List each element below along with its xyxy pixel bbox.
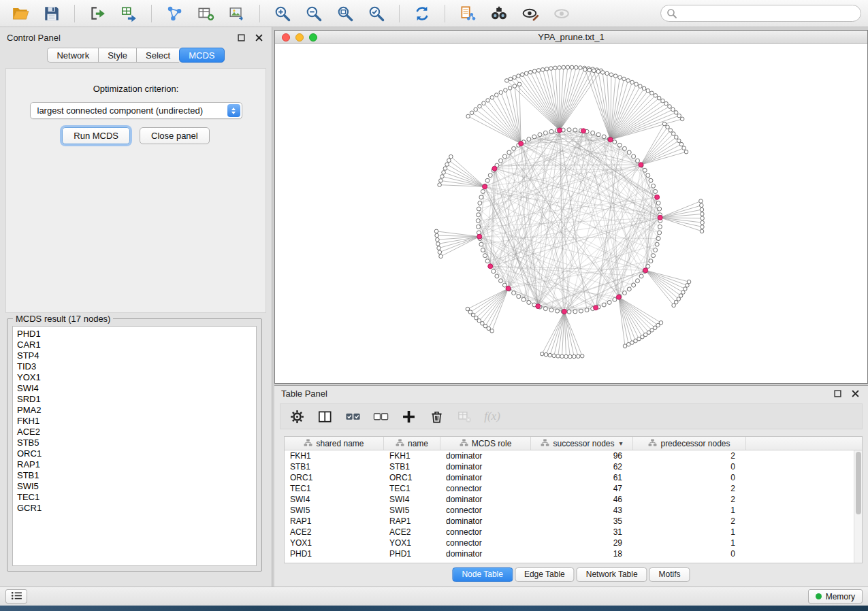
- application-window: Control Panel NetworkStyleSelectMCDS Opt…: [0, 0, 868, 611]
- float-table-panel-icon[interactable]: [831, 387, 843, 399]
- table-row[interactable]: YOX1YOX1connector291: [285, 538, 854, 548]
- mcds-result-item[interactable]: RAP1: [17, 459, 252, 470]
- table-row[interactable]: ORC1ORC1dominator610: [285, 472, 854, 483]
- import-network-button[interactable]: [84, 3, 111, 24]
- cell-predecessor-nodes: 2: [633, 516, 746, 527]
- save-session-button[interactable]: [38, 3, 65, 24]
- mcds-result-title: MCDS result (17 nodes): [13, 314, 113, 324]
- cell-shared-name: PHD1: [285, 548, 384, 559]
- cell-mcds-role: dominator: [440, 472, 531, 483]
- show-columns-button[interactable]: [315, 407, 334, 426]
- mcds-result-item[interactable]: FKH1: [17, 416, 252, 427]
- zoom-out-button[interactable]: [300, 3, 327, 24]
- column-header-shared-name[interactable]: shared name: [285, 437, 384, 450]
- mcds-result-item[interactable]: SWI5: [17, 481, 252, 492]
- column-header-name[interactable]: name: [384, 437, 440, 450]
- criterion-dropdown[interactable]: largest connected component (undirected): [30, 102, 242, 119]
- column-header-successor-nodes[interactable]: successor nodes▾: [531, 437, 633, 450]
- export-image-button[interactable]: [223, 3, 251, 24]
- table-row[interactable]: TEC1TEC1connector472: [285, 483, 854, 494]
- mcds-result-item[interactable]: PMA2: [17, 405, 252, 416]
- deselect-all-rows-button[interactable]: [371, 407, 390, 426]
- mcds-result-item[interactable]: TEC1: [17, 492, 252, 503]
- mcds-result-item[interactable]: PHD1: [17, 329, 252, 340]
- panel-menu-button[interactable]: [5, 589, 27, 604]
- table-row[interactable]: FKH1FKH1dominator962: [285, 450, 854, 461]
- deselect-all-rows-icon: [373, 409, 389, 425]
- new-table-icon: [197, 5, 214, 22]
- tab-network[interactable]: Network: [47, 48, 98, 63]
- open-session-button[interactable]: [7, 3, 34, 24]
- tab-network-table[interactable]: Network Table: [577, 567, 647, 582]
- show-hide-button: [548, 3, 575, 24]
- tab-motifs[interactable]: Motifs: [649, 567, 690, 582]
- new-table-button[interactable]: [192, 3, 219, 24]
- mcds-result-item[interactable]: SWI4: [17, 383, 252, 394]
- search-network-button[interactable]: [485, 3, 513, 24]
- window-close-button[interactable]: [282, 33, 290, 42]
- zoom-in-button[interactable]: [269, 3, 296, 24]
- tab-edge-table[interactable]: Edge Table: [515, 567, 575, 582]
- search-input[interactable]: [660, 5, 861, 22]
- mcds-result-list[interactable]: PHD1CAR1STP4TID3YOX1SWI4SRD1PMA2FKH1ACE2…: [12, 326, 257, 566]
- table-scrollbar[interactable]: [854, 450, 862, 563]
- delete-columns-button[interactable]: [427, 407, 446, 426]
- cell-successor-nodes: 18: [531, 548, 633, 559]
- cell-shared-name: TEC1: [285, 483, 384, 494]
- table-row[interactable]: ACE2ACE2connector311: [285, 527, 854, 538]
- table-row[interactable]: RAP1RAP1dominator352: [285, 516, 854, 527]
- tab-select[interactable]: Select: [136, 48, 179, 63]
- cell-shared-name: STB1: [285, 461, 384, 472]
- tab-node-table[interactable]: Node Table: [452, 567, 513, 582]
- cell-name: FKH1: [384, 450, 440, 461]
- column-header-predecessor-nodes[interactable]: predecessor nodes: [633, 437, 746, 450]
- refresh-layout-button[interactable]: [408, 3, 436, 24]
- import-table-button[interactable]: [115, 3, 142, 24]
- mcds-result-item[interactable]: TID3: [17, 361, 252, 372]
- window-zoom-button[interactable]: [309, 33, 317, 42]
- close-table-panel-icon[interactable]: [849, 387, 861, 399]
- new-network-button[interactable]: [161, 3, 188, 24]
- select-all-rows-button[interactable]: [343, 407, 362, 426]
- close-panel-icon[interactable]: [253, 31, 265, 44]
- cell-successor-nodes: 61: [531, 472, 633, 483]
- mcds-result-item[interactable]: ACE2: [17, 427, 252, 437]
- mcds-result-item[interactable]: YOX1: [17, 372, 252, 383]
- select-all-rows-icon: [345, 409, 361, 425]
- cell-predecessor-nodes: 1: [633, 538, 746, 548]
- mcds-result-item[interactable]: CAR1: [17, 340, 252, 350]
- style-preview-icon: [521, 5, 539, 22]
- table-row[interactable]: SWI4SWI4dominator462: [285, 494, 854, 505]
- mcds-result-item[interactable]: ORC1: [17, 448, 252, 459]
- table-scrollbar-thumb[interactable]: [856, 452, 861, 514]
- mcds-result-item[interactable]: STB1: [17, 470, 252, 481]
- table-row[interactable]: PHD1PHD1dominator180: [285, 548, 854, 559]
- close-panel-button[interactable]: Close panel: [140, 127, 210, 144]
- memory-button[interactable]: Memory: [808, 589, 863, 604]
- cell-mcds-role: dominator: [440, 494, 531, 505]
- cell-mcds-role: connector: [440, 483, 531, 494]
- mcds-result-item[interactable]: SRD1: [17, 394, 252, 405]
- column-header-filler: [746, 437, 862, 450]
- network-view[interactable]: [275, 44, 867, 383]
- zoom-selected-button[interactable]: [363, 3, 390, 24]
- style-preview-button[interactable]: [517, 3, 544, 24]
- tab-mcds[interactable]: MCDS: [179, 48, 224, 63]
- table-row[interactable]: STB1STB1dominator620: [285, 461, 854, 472]
- table-row[interactable]: SWI5SWI5connector431: [285, 505, 854, 516]
- tree-icon: [460, 439, 468, 448]
- function-builder-button: f(x): [483, 407, 502, 426]
- sort-desc-icon[interactable]: ▾: [620, 440, 623, 447]
- column-header-MCDS-role[interactable]: MCDS role: [440, 437, 531, 450]
- mcds-result-item[interactable]: GCR1: [17, 503, 252, 514]
- create-column-button[interactable]: [399, 407, 418, 426]
- table-settings-gear-button[interactable]: [287, 407, 306, 426]
- clipboard-network-button[interactable]: [454, 3, 481, 24]
- mcds-result-item[interactable]: STP4: [17, 350, 252, 361]
- zoom-fit-button[interactable]: [332, 3, 359, 24]
- run-mcds-button[interactable]: Run MCDS: [62, 127, 130, 144]
- float-panel-icon[interactable]: [235, 31, 247, 44]
- mcds-result-item[interactable]: STB5: [17, 437, 252, 448]
- tab-style[interactable]: Style: [98, 48, 136, 63]
- window-minimize-button[interactable]: [295, 33, 304, 42]
